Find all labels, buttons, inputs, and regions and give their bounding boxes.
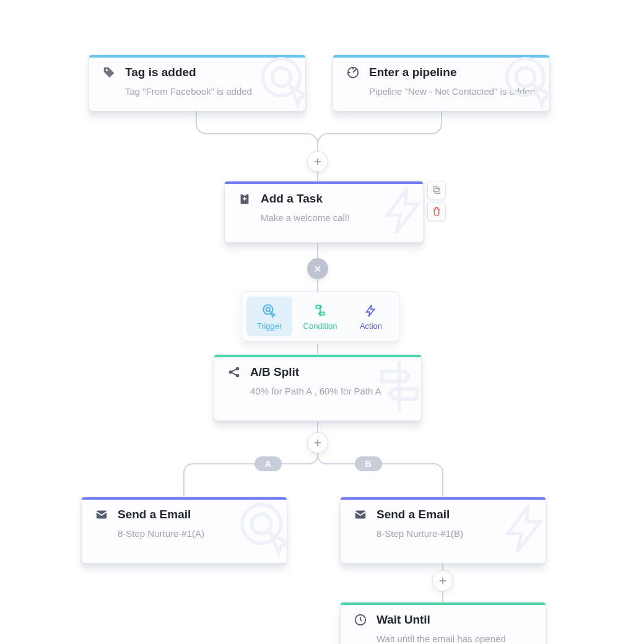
card-title: Wait Until (376, 613, 430, 627)
add-step-button[interactable] (307, 151, 328, 172)
copy-step-button[interactable] (427, 181, 446, 199)
clipboard-plus-icon (237, 191, 252, 206)
share-split-icon (227, 365, 242, 380)
add-step-button[interactable] (307, 432, 328, 453)
card-title: Enter a pipeline (369, 66, 456, 79)
close-selector-button[interactable] (307, 258, 328, 279)
card-subtitle: Make a welcome call! (237, 212, 411, 223)
condition-card-ab-split[interactable]: A/B Split 40% for Path A , 60% for Path … (214, 354, 422, 421)
card-subtitle: Pipeline "New - Not Contacted" is added (346, 86, 537, 97)
svg-rect-9 (433, 187, 438, 192)
card-title: A/B Split (250, 365, 299, 379)
add-step-button[interactable] (432, 570, 453, 591)
svg-point-2 (106, 69, 108, 71)
svg-rect-7 (243, 193, 246, 196)
path-a-pill: A (255, 456, 282, 471)
selector-option-condition[interactable]: Condition (297, 297, 343, 336)
step-type-selector: Trigger Condition Action (241, 291, 399, 342)
card-subtitle: Tag "From Facebook" is added (102, 86, 293, 97)
path-b-pill: B (355, 456, 382, 471)
delete-step-button[interactable] (427, 202, 446, 220)
clock-icon (353, 612, 368, 627)
card-title: Tag is added (125, 66, 196, 79)
condition-card-wait-until[interactable]: Wait Until Wait until the email has open… (340, 602, 546, 644)
svg-point-13 (236, 367, 240, 371)
svg-point-14 (236, 374, 240, 378)
svg-rect-8 (435, 188, 440, 193)
selector-label: Action (360, 321, 382, 331)
cursor-target-icon (502, 54, 558, 112)
envelope-icon (353, 507, 368, 522)
card-subtitle: 40% for Path A , 60% for Path A (227, 386, 409, 396)
card-title: Send a Email (376, 508, 450, 521)
card-title: Send a Email (118, 508, 191, 521)
card-subtitle: 8-Step Nurture-#1(A) (94, 528, 274, 539)
target-arrow-icon (346, 65, 360, 80)
selector-label: Trigger (257, 321, 282, 331)
tag-add-icon (102, 65, 116, 80)
action-card-add-task[interactable]: Add a Task Make a welcome call! (224, 181, 424, 243)
card-subtitle: 8-Step Nurture-#1(B) (353, 528, 533, 539)
card-title: Add a Task (261, 192, 323, 206)
action-card-send-email-a[interactable]: Send a Email 8-Step Nurture-#1(A) (81, 497, 287, 564)
cursor-target-icon (258, 54, 314, 112)
action-card-send-email-b[interactable]: Send a Email 8-Step Nurture-#1(B) (340, 497, 546, 564)
selector-option-action[interactable]: Action (348, 297, 394, 336)
selector-label: Condition (303, 321, 337, 331)
card-subtitle: Wait until the email has opened (353, 633, 533, 644)
envelope-icon (94, 507, 109, 522)
trigger-card-enter-pipeline[interactable]: Enter a pipeline Pipeline "New - Not Con… (333, 54, 550, 111)
svg-point-11 (266, 307, 271, 311)
selector-option-trigger[interactable]: Trigger (246, 297, 292, 336)
trigger-card-tag-added[interactable]: Tag is added Tag "From Facebook" is adde… (89, 54, 306, 111)
